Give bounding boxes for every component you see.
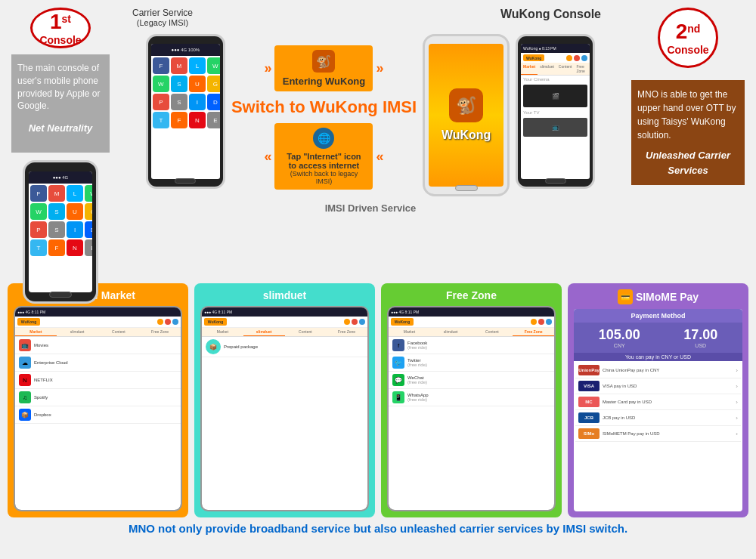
carrier-service-title: Carrier Service — [132, 8, 193, 18]
simometm-arrow: › — [736, 431, 738, 437]
app-icon-f-13: F — [171, 112, 187, 128]
payment-amounts: 105.00 CNY 17.00 USD — [574, 323, 742, 353]
list-item-enterprise: ☁ Enterprise Cloud — [15, 354, 181, 372]
console-2nd: 2 nd Console MNO is able to get the uppe… — [627, 8, 748, 276]
app-icon-g-7: G — [85, 203, 92, 220]
tap-internet-sub: (Switch back to legacy IMSI) — [282, 170, 365, 185]
wukong-main-label: WuKong — [442, 128, 491, 142]
free-zone-title: Free Zone — [446, 289, 497, 301]
arrows-boxes: » 🐒 Entering WuKong » Switch to WuKong I… — [231, 34, 417, 190]
middle-area: Carrier Service (Legacy IMSI) WuKong Con… — [117, 8, 624, 276]
tap-internet-icon: 🌐 — [313, 128, 334, 149]
entering-wukong-row: » 🐒 Entering WuKong » — [264, 45, 383, 91]
left-phone: ●●● 4G FMLWWSUGPSIDTFNE — [23, 160, 98, 304]
console-1-badge: 1 st Console — [30, 8, 91, 48]
wechat-sub: (free ride) — [407, 380, 427, 385]
facebook-sub: (free ride) — [407, 345, 427, 350]
simometm-text: SIMoMETM Pay pay in USD — [603, 431, 733, 436]
prepaid-label: Prepaid package — [224, 344, 258, 349]
app-icon-p-8: P — [30, 221, 47, 238]
app-icon-n-14: N — [189, 112, 206, 128]
list-item-facebook: f Facebook (free ride) — [389, 337, 554, 354]
pay-method-visa: VISA VISA pay in USD › — [575, 378, 741, 394]
app-icon-l-2: L — [67, 185, 83, 202]
list-item-wechat: 💬 WeChat (free ride) — [389, 372, 554, 389]
tap-internet-label: Tap "Internet" icon to access internet — [282, 152, 365, 170]
app-icon-w-4: W — [153, 76, 169, 92]
wukong-console-label: WuKong Console — [500, 8, 601, 21]
pay-method-mastercard: MC Master Card pay in USD › — [575, 394, 741, 410]
console-1-sup: st — [62, 13, 71, 25]
app-icon-s-5: S — [48, 203, 65, 220]
payment-header: Payment Method — [574, 309, 742, 323]
usd-label: USD — [683, 343, 717, 348]
imsi-driven-label: IMSI Driven Service — [325, 201, 417, 215]
facebook-icon: f — [392, 339, 404, 351]
app-icon-n-14: N — [67, 239, 83, 256]
console-2-description: MNO is able to get the upper hand over O… — [637, 89, 736, 141]
app-icon-m-1: M — [48, 185, 65, 202]
wukong-phone: 🐒 WuKong — [423, 34, 510, 196]
tap-internet-box: 🌐 Tap "Internet" icon to access internet… — [274, 123, 373, 190]
app-icon-u-6: U — [67, 203, 83, 220]
netflix-icon: N — [19, 374, 31, 386]
app-icon-w-4: W — [30, 203, 47, 220]
spotify-icon: ♫ — [19, 391, 31, 403]
spotify-label: Spotify — [34, 395, 48, 400]
app-icon-t-12: T — [30, 239, 47, 256]
console-1-number: 1 — [50, 10, 62, 34]
switch-label: Switch to WuKong IMSI — [231, 97, 417, 116]
mastercard-text: Master Card pay in USD — [603, 400, 733, 404]
jcb-arrow: › — [736, 415, 738, 422]
list-item-movies: 📺 Movies — [15, 337, 181, 354]
slimduet-card: slimduet ●●● 4G 8:11 PM WuKong Market sl… — [194, 283, 375, 517]
cny-amount: 105.00 — [599, 327, 640, 343]
prepaid-icon: 📦 — [206, 339, 221, 354]
right-wukong-phone: WuKong ● 8:13 PM WuKong — [516, 34, 595, 189]
visa-text: VISA pay in USD — [603, 384, 733, 388]
slimduet-title: slimduet — [263, 289, 307, 301]
unionpay-logo: UnionPay — [578, 365, 600, 375]
app-icon-w-3: W — [85, 185, 92, 202]
wukong-main-icon: 🐒 — [449, 88, 483, 122]
simome-icon: 💳 — [618, 289, 633, 304]
list-item-dropbox: 📦 Dropbox — [15, 406, 181, 424]
visa-logo: VISA — [578, 381, 600, 391]
arrow-left-2: « — [376, 149, 383, 165]
app-icon-t-12: T — [153, 112, 169, 128]
tap-internet-row: « 🌐 Tap "Internet" icon to access intern… — [264, 123, 383, 190]
payment-info: You can pay in CNY or USD — [574, 353, 742, 361]
netflix-label: NETFLIX — [34, 378, 53, 382]
app-icon-e-15: E — [207, 112, 220, 128]
pay-method-unionpay: UnionPay China UnionPay pay in CNY › — [575, 363, 741, 378]
usd-amount-block: 17.00 USD — [683, 327, 717, 348]
app-icon-f-13: F — [48, 239, 65, 256]
app-icon-m-1: M — [171, 57, 187, 74]
mastercard-arrow: › — [736, 399, 738, 406]
legacy-phone: ●●● 4G 100% FMLWWSUGPSIDTFNE — [146, 34, 225, 189]
console-2-number: 2 — [676, 20, 688, 44]
footer-text: MNO not only provide broadband service b… — [129, 522, 627, 535]
app-icon-f-0: F — [30, 185, 47, 202]
phones-middle-row: ●●● 4G 100% FMLWWSUGPSIDTFNE » 🐒 E — [146, 8, 595, 196]
wechat-icon: 💬 — [392, 374, 404, 386]
list-item-netflix: N NETFLIX — [15, 372, 181, 389]
pay-method-jcb: JCB JCB pay in USD › — [575, 410, 741, 426]
footer: MNO not only provide broadband service b… — [0, 517, 756, 539]
service-market-card: Service Market ●●● 4G 8:11 PM WuKong Mar… — [8, 283, 188, 517]
visa-arrow: › — [736, 383, 738, 390]
enterprise-label: Enterprise Cloud — [34, 360, 68, 365]
app-icon-g-7: G — [207, 76, 220, 92]
app-icon-d-11: D — [85, 221, 92, 238]
arrow-left-1: « — [264, 149, 271, 165]
whatsapp-icon: 📱 — [392, 391, 404, 403]
unionpay-arrow: › — [736, 367, 738, 374]
unionpay-text: China UnionPay pay in CNY — [603, 368, 733, 372]
simome-pay-card: 💳 SIMoME Pay Payment Method 105.00 CNY 1… — [568, 283, 748, 517]
app-icon-i-10: I — [189, 94, 206, 110]
switch-text-block: Switch to WuKong IMSI — [231, 97, 417, 117]
list-item-twitter: 🐦 Twitter (free ride) — [389, 354, 554, 372]
list-item-spotify: ♫ Spotify — [15, 389, 181, 406]
jcb-text: JCB pay in USD — [603, 415, 733, 420]
console-2-label: Console — [667, 44, 708, 56]
